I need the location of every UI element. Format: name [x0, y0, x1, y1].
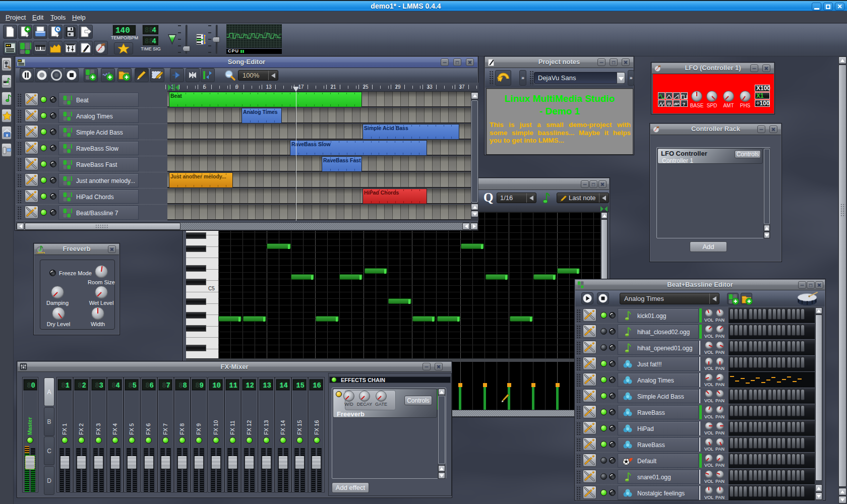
- svg-text:LADSPA: LADSPA: [37, 251, 45, 254]
- svg-text:?: ?: [683, 101, 686, 107]
